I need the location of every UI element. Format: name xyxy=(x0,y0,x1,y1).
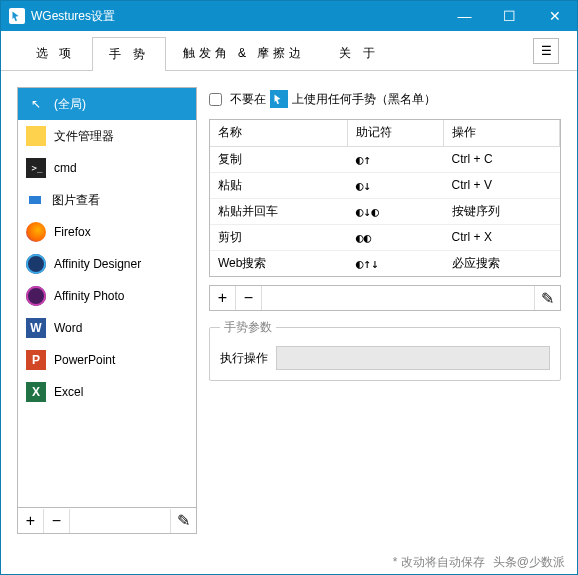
cell-mnem: ◐◐ xyxy=(348,224,444,250)
gesture-toolbar: + − ✎ xyxy=(209,285,561,311)
cell-mnem: ◐↓→ xyxy=(348,276,444,277)
cell-action: Ctrl + W xyxy=(444,276,560,277)
cell-name: 复制 xyxy=(210,146,348,172)
gesture-pane: 不要在 上使用任何手势（黑名单） 名称助记符操作 复制◐↑Ctrl + C粘贴◐… xyxy=(209,87,561,534)
app-list: ↖(全局)文件管理器>_cmd图片查看FirefoxAffinity Desig… xyxy=(17,87,197,508)
app-item[interactable]: 文件管理器 xyxy=(18,120,196,152)
app-icon xyxy=(26,222,46,242)
app-label: Word xyxy=(54,321,82,335)
cell-mnem: ◐↓◐ xyxy=(348,198,444,224)
app-label: (全局) xyxy=(54,96,86,113)
tab-1[interactable]: 手 势 xyxy=(92,37,165,71)
app-icon: >_ xyxy=(26,158,46,178)
blacklist-row[interactable]: 不要在 上使用任何手势（黑名单） xyxy=(209,87,561,111)
app-item[interactable]: Affinity Designer xyxy=(18,248,196,280)
app-icon xyxy=(26,193,44,207)
tab-0[interactable]: 选 项 xyxy=(19,36,92,70)
table-row[interactable]: 剪切◐◐Ctrl + X xyxy=(210,224,560,250)
app-item[interactable]: XExcel xyxy=(18,376,196,408)
close-button[interactable]: ✕ xyxy=(532,1,577,31)
exec-select[interactable] xyxy=(276,346,550,370)
gesture-table: 名称助记符操作 复制◐↑Ctrl + C粘贴◐↓Ctrl + V粘贴并回车◐↓◐… xyxy=(210,120,560,277)
cell-mnem: ◐↑ xyxy=(348,146,444,172)
cell-name: 粘贴并回车 xyxy=(210,198,348,224)
cell-mnem: ◐↓ xyxy=(348,172,444,198)
titlebar: WGestures设置 — ☐ ✕ xyxy=(1,1,577,31)
app-label: cmd xyxy=(54,161,77,175)
app-list-pane: ↖(全局)文件管理器>_cmd图片查看FirefoxAffinity Desig… xyxy=(17,87,197,534)
table-row[interactable]: 粘贴并回车◐↓◐按键序列 xyxy=(210,198,560,224)
app-label: Affinity Photo xyxy=(54,289,125,303)
blacklist-checkbox[interactable] xyxy=(209,93,222,106)
app-icon xyxy=(26,126,46,146)
add-app-button[interactable]: + xyxy=(18,509,44,533)
app-icon: W xyxy=(26,318,46,338)
table-row[interactable]: Web搜索◐↑↓必应搜索 xyxy=(210,250,560,276)
app-icon: P xyxy=(26,350,46,370)
tab-bar: 选 项手 势触发角 & 摩擦边关 于 ☰ xyxy=(1,31,577,71)
add-gesture-button[interactable]: + xyxy=(210,286,236,310)
menu-button[interactable]: ☰ xyxy=(533,38,559,64)
remove-gesture-button[interactable]: − xyxy=(236,286,262,310)
minimize-button[interactable]: — xyxy=(442,1,487,31)
app-item[interactable]: Affinity Photo xyxy=(18,280,196,312)
edit-gesture-button[interactable]: ✎ xyxy=(534,286,560,310)
maximize-button[interactable]: ☐ xyxy=(487,1,532,31)
app-icon: X xyxy=(26,382,46,402)
params-legend: 手势参数 xyxy=(220,319,276,336)
app-icon xyxy=(26,254,46,274)
watermark: 头条@少数派 xyxy=(493,554,565,571)
app-item[interactable]: PPowerPoint xyxy=(18,344,196,376)
exec-label: 执行操作 xyxy=(220,350,268,367)
table-row[interactable]: 粘贴◐↓Ctrl + V xyxy=(210,172,560,198)
app-item[interactable]: Firefox xyxy=(18,216,196,248)
cell-action: Ctrl + V xyxy=(444,172,560,198)
app-label: 图片查看 xyxy=(52,192,100,209)
cell-mnem: ◐↑↓ xyxy=(348,250,444,276)
autosave-note: * 改动将自动保存 xyxy=(393,554,485,571)
blacklist-prefix: 不要在 xyxy=(230,91,266,108)
app-icon xyxy=(26,286,46,306)
app-label: Affinity Designer xyxy=(54,257,141,271)
edit-app-button[interactable]: ✎ xyxy=(170,509,196,533)
tab-2[interactable]: 触发角 & 摩擦边 xyxy=(166,36,323,70)
app-item[interactable]: >_cmd xyxy=(18,152,196,184)
column-header[interactable]: 操作 xyxy=(444,120,560,146)
app-label: 文件管理器 xyxy=(54,128,114,145)
app-icon xyxy=(9,8,25,24)
cell-name: Web搜索 xyxy=(210,250,348,276)
cell-action: 必应搜索 xyxy=(444,250,560,276)
app-window: WGestures设置 — ☐ ✕ 选 项手 势触发角 & 摩擦边关 于 ☰ ↖… xyxy=(0,0,578,575)
footer: * 改动将自动保存 头条@少数派 xyxy=(1,550,577,574)
cell-name: 关闭 xyxy=(210,276,348,277)
cursor-icon xyxy=(270,90,288,108)
tab-3[interactable]: 关 于 xyxy=(322,36,395,70)
remove-app-button[interactable]: − xyxy=(44,509,70,533)
blacklist-suffix: 上使用任何手势（黑名单） xyxy=(292,91,436,108)
app-item[interactable]: 图片查看 xyxy=(18,184,196,216)
exec-row: 执行操作 xyxy=(220,346,550,370)
content-area: ↖(全局)文件管理器>_cmd图片查看FirefoxAffinity Desig… xyxy=(1,71,577,550)
app-item[interactable]: WWord xyxy=(18,312,196,344)
window-buttons: — ☐ ✕ xyxy=(442,1,577,31)
cell-action: Ctrl + C xyxy=(444,146,560,172)
app-item[interactable]: ↖(全局) xyxy=(18,88,196,120)
app-label: PowerPoint xyxy=(54,353,115,367)
cell-action: 按键序列 xyxy=(444,198,560,224)
table-row[interactable]: 关闭◐↓→Ctrl + W xyxy=(210,276,560,277)
app-label: Firefox xyxy=(54,225,91,239)
app-toolbar: + − ✎ xyxy=(17,508,197,534)
app-label: Excel xyxy=(54,385,83,399)
gesture-params: 手势参数 执行操作 xyxy=(209,319,561,381)
cell-name: 剪切 xyxy=(210,224,348,250)
cell-name: 粘贴 xyxy=(210,172,348,198)
column-header[interactable]: 名称 xyxy=(210,120,348,146)
cell-action: Ctrl + X xyxy=(444,224,560,250)
window-title: WGestures设置 xyxy=(31,8,442,25)
column-header[interactable]: 助记符 xyxy=(348,120,444,146)
gesture-table-wrap: 名称助记符操作 复制◐↑Ctrl + C粘贴◐↓Ctrl + V粘贴并回车◐↓◐… xyxy=(209,119,561,277)
app-icon: ↖ xyxy=(26,94,46,114)
table-row[interactable]: 复制◐↑Ctrl + C xyxy=(210,146,560,172)
